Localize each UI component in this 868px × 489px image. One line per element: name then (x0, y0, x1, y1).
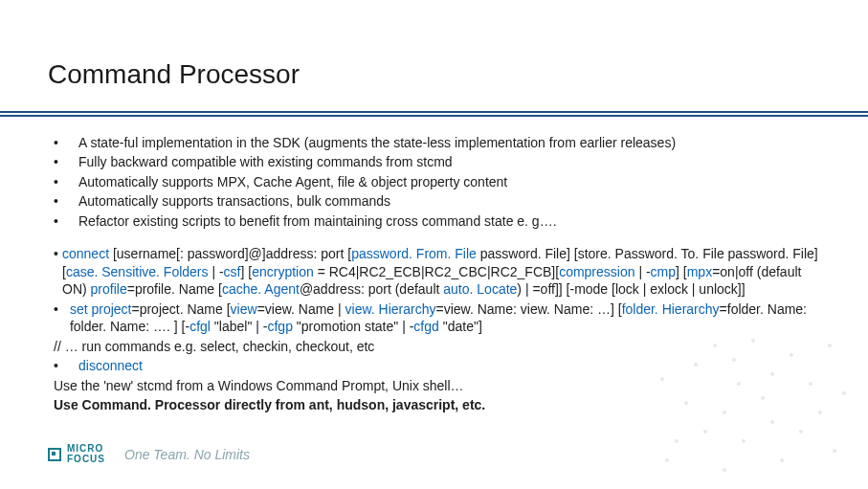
microfocus-logo: MICRO FOCUS (48, 444, 105, 464)
run-commands-line: // … run commands e.g. select, checkin, … (54, 338, 819, 355)
svg-point-8 (799, 430, 803, 433)
list-item-text: connect [username[: password]@]address: … (62, 245, 819, 298)
bullet-icon: • (54, 300, 70, 336)
stcmd-line: Use the 'new' stcmd from a Windows Comma… (54, 377, 819, 394)
bullet-icon: • (54, 245, 62, 298)
svg-point-12 (703, 430, 707, 433)
logo-text: MICRO FOCUS (67, 444, 105, 464)
list-item: •Automatically supports MPX, Cache Agent… (78, 173, 819, 190)
bullet-icon: • (54, 192, 78, 210)
svg-point-18 (780, 458, 784, 462)
svg-point-17 (833, 449, 836, 453)
list-item-text: set project=project. Name [view=view. Na… (70, 300, 819, 336)
command-bullets: •connect [username[: password]@]address:… (54, 245, 819, 335)
bold-summary-line: Use Command. Processor directly from ant… (54, 396, 819, 413)
page-title: Command Processor (48, 59, 300, 90)
svg-point-16 (842, 391, 846, 395)
svg-point-15 (828, 344, 832, 347)
logo-square-icon (48, 448, 61, 461)
disconnect-bullet: •disconnect (54, 357, 819, 374)
bullet-icon: • (54, 153, 78, 170)
intro-bullets: •A state-ful implementation in the SDK (… (54, 134, 819, 230)
list-item-text: Automatically supports MPX, Cache Agent,… (78, 173, 507, 190)
list-item: •A state-ful implementation in the SDK (… (78, 134, 819, 151)
list-item-text: A state-ful implementation in the SDK (a… (78, 134, 676, 151)
list-item-text: Refactor existing scripts to benefit fro… (78, 212, 557, 230)
list-item: •Fully backward compatible with existing… (78, 153, 819, 170)
divider-top (0, 111, 868, 113)
list-item-text: Fully backward compatible with existing … (78, 153, 453, 170)
list-item: •disconnect (78, 357, 819, 374)
logo-line2: FOCUS (67, 455, 105, 465)
list-item: •connect [username[: password]@]address:… (78, 245, 819, 298)
divider-bottom (0, 115, 868, 117)
list-item-text: disconnect (78, 357, 143, 374)
svg-point-14 (675, 439, 679, 443)
svg-point-20 (665, 458, 669, 462)
tagline: One Team. No Limits (124, 447, 250, 462)
slide: Command Processor •A state-ful implement… (0, 0, 868, 489)
list-item: •Automatically supports transactions, bu… (78, 192, 819, 210)
footer: MICRO FOCUS One Team. No Limits (48, 444, 250, 464)
svg-point-9 (770, 420, 774, 424)
list-item: •Refactor existing scripts to benefit fr… (78, 212, 819, 230)
body-content: •A state-ful implementation in the SDK (… (54, 134, 819, 416)
svg-point-10 (742, 439, 746, 443)
bullet-icon: • (54, 134, 78, 151)
bullet-icon: • (54, 357, 78, 374)
svg-point-19 (723, 468, 726, 472)
bullet-icon: • (54, 173, 78, 190)
list-item-text: Automatically supports transactions, bul… (78, 192, 390, 210)
logo-line1: MICRO (67, 444, 105, 455)
list-item: •set project=project. Name [view=view. N… (78, 300, 819, 336)
bullet-icon: • (54, 212, 78, 230)
